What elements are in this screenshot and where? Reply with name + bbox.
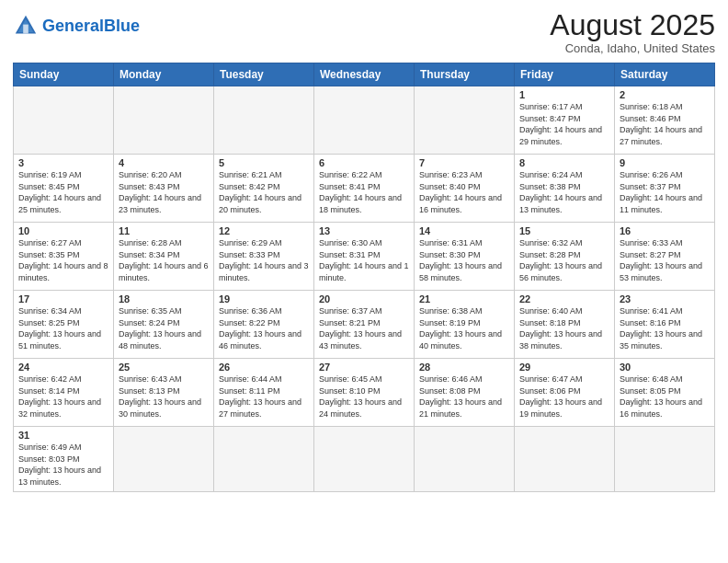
calendar-cell: 17Sunrise: 6:34 AM Sunset: 8:25 PM Dayli… (14, 291, 114, 359)
day-number: 17 (18, 293, 108, 304)
day-number: 25 (119, 362, 209, 373)
calendar-cell (314, 427, 415, 491)
logo: GeneralBlue (13, 13, 140, 39)
calendar-cell: 19Sunrise: 6:36 AM Sunset: 8:22 PM Dayli… (214, 291, 314, 359)
day-info: Sunrise: 6:40 AM Sunset: 8:18 PM Dayligh… (519, 305, 609, 351)
calendar-cell: 18Sunrise: 6:35 AM Sunset: 8:24 PM Dayli… (114, 291, 214, 359)
day-info: Sunrise: 6:42 AM Sunset: 8:14 PM Dayligh… (18, 373, 108, 419)
day-number: 29 (519, 362, 609, 373)
calendar-cell (415, 427, 515, 491)
day-info: Sunrise: 6:44 AM Sunset: 8:11 PM Dayligh… (219, 373, 309, 419)
weekday-header-tuesday: Tuesday (214, 63, 314, 86)
weekday-header-sunday: Sunday (14, 63, 114, 86)
week-row-2: 3Sunrise: 6:19 AM Sunset: 8:45 PM Daylig… (14, 155, 715, 223)
day-info: Sunrise: 6:41 AM Sunset: 8:16 PM Dayligh… (620, 305, 710, 351)
day-number: 24 (18, 362, 108, 373)
calendar-cell: 3Sunrise: 6:19 AM Sunset: 8:45 PM Daylig… (14, 155, 114, 223)
day-number: 21 (419, 293, 509, 304)
weekday-header-saturday: Saturday (615, 63, 715, 86)
day-info: Sunrise: 6:33 AM Sunset: 8:27 PM Dayligh… (620, 237, 710, 283)
calendar-cell: 16Sunrise: 6:33 AM Sunset: 8:27 PM Dayli… (615, 223, 715, 291)
calendar-cell: 28Sunrise: 6:46 AM Sunset: 8:08 PM Dayli… (415, 359, 515, 427)
day-info: Sunrise: 6:35 AM Sunset: 8:24 PM Dayligh… (119, 305, 209, 351)
day-info: Sunrise: 6:27 AM Sunset: 8:35 PM Dayligh… (18, 237, 108, 283)
weekday-header-wednesday: Wednesday (314, 63, 415, 86)
day-info: Sunrise: 6:47 AM Sunset: 8:06 PM Dayligh… (519, 373, 609, 419)
calendar-cell: 7Sunrise: 6:23 AM Sunset: 8:40 PM Daylig… (415, 155, 515, 223)
calendar-cell (615, 427, 715, 491)
calendar-cell: 27Sunrise: 6:45 AM Sunset: 8:10 PM Dayli… (314, 359, 415, 427)
day-number: 7 (419, 157, 509, 168)
day-info: Sunrise: 6:46 AM Sunset: 8:08 PM Dayligh… (419, 373, 509, 419)
day-number: 27 (319, 362, 409, 373)
day-number: 11 (119, 225, 209, 236)
day-info: Sunrise: 6:29 AM Sunset: 8:33 PM Dayligh… (219, 237, 309, 283)
calendar-cell (415, 86, 515, 155)
calendar-cell: 1Sunrise: 6:17 AM Sunset: 8:47 PM Daylig… (515, 86, 615, 155)
calendar-cell: 5Sunrise: 6:21 AM Sunset: 8:42 PM Daylig… (214, 155, 314, 223)
day-number: 10 (18, 225, 108, 236)
day-number: 15 (519, 225, 609, 236)
calendar-cell (314, 86, 415, 155)
day-number: 30 (620, 362, 710, 373)
day-number: 12 (219, 225, 309, 236)
day-number: 14 (419, 225, 509, 236)
day-number: 5 (219, 157, 309, 168)
day-number: 26 (219, 362, 309, 373)
calendar-cell: 24Sunrise: 6:42 AM Sunset: 8:14 PM Dayli… (14, 359, 114, 427)
week-row-3: 10Sunrise: 6:27 AM Sunset: 8:35 PM Dayli… (14, 223, 715, 291)
calendar-cell: 11Sunrise: 6:28 AM Sunset: 8:34 PM Dayli… (114, 223, 214, 291)
calendar-cell: 29Sunrise: 6:47 AM Sunset: 8:06 PM Dayli… (515, 359, 615, 427)
day-number: 6 (319, 157, 409, 168)
weekday-header-thursday: Thursday (415, 63, 515, 86)
day-number: 9 (620, 157, 710, 168)
day-info: Sunrise: 6:34 AM Sunset: 8:25 PM Dayligh… (18, 305, 108, 351)
day-info: Sunrise: 6:48 AM Sunset: 8:05 PM Dayligh… (620, 373, 710, 419)
weekday-header-row: SundayMondayTuesdayWednesdayThursdayFrid… (14, 63, 715, 86)
day-info: Sunrise: 6:37 AM Sunset: 8:21 PM Dayligh… (319, 305, 409, 351)
calendar-cell: 30Sunrise: 6:48 AM Sunset: 8:05 PM Dayli… (615, 359, 715, 427)
day-info: Sunrise: 6:31 AM Sunset: 8:30 PM Dayligh… (419, 237, 509, 283)
calendar-cell: 21Sunrise: 6:38 AM Sunset: 8:19 PM Dayli… (415, 291, 515, 359)
day-info: Sunrise: 6:23 AM Sunset: 8:40 PM Dayligh… (419, 169, 509, 215)
weekday-header-monday: Monday (114, 63, 214, 86)
calendar: SundayMondayTuesdayWednesdayThursdayFrid… (13, 63, 715, 491)
day-info: Sunrise: 6:45 AM Sunset: 8:10 PM Dayligh… (319, 373, 409, 419)
day-number: 4 (119, 157, 209, 168)
day-info: Sunrise: 6:32 AM Sunset: 8:28 PM Dayligh… (519, 237, 609, 283)
calendar-cell: 13Sunrise: 6:30 AM Sunset: 8:31 PM Dayli… (314, 223, 415, 291)
logo-blue: Blue (104, 17, 140, 35)
day-number: 19 (219, 293, 309, 304)
calendar-cell: 15Sunrise: 6:32 AM Sunset: 8:28 PM Dayli… (515, 223, 615, 291)
page: GeneralBlue August 2025 Conda, Idaho, Un… (0, 0, 728, 563)
day-info: Sunrise: 6:26 AM Sunset: 8:37 PM Dayligh… (620, 169, 710, 215)
day-number: 28 (419, 362, 509, 373)
calendar-cell: 4Sunrise: 6:20 AM Sunset: 8:43 PM Daylig… (114, 155, 214, 223)
calendar-cell: 25Sunrise: 6:43 AM Sunset: 8:13 PM Dayli… (114, 359, 214, 427)
calendar-cell: 10Sunrise: 6:27 AM Sunset: 8:35 PM Dayli… (14, 223, 114, 291)
logo-general: General (42, 17, 104, 35)
week-row-4: 17Sunrise: 6:34 AM Sunset: 8:25 PM Dayli… (14, 291, 715, 359)
calendar-cell: 22Sunrise: 6:40 AM Sunset: 8:18 PM Dayli… (515, 291, 615, 359)
calendar-cell: 20Sunrise: 6:37 AM Sunset: 8:21 PM Dayli… (314, 291, 415, 359)
day-info: Sunrise: 6:18 AM Sunset: 8:46 PM Dayligh… (620, 101, 710, 147)
day-info: Sunrise: 6:24 AM Sunset: 8:38 PM Dayligh… (519, 169, 609, 215)
day-info: Sunrise: 6:22 AM Sunset: 8:41 PM Dayligh… (319, 169, 409, 215)
calendar-cell (114, 86, 214, 155)
day-number: 23 (620, 293, 710, 304)
week-row-5: 24Sunrise: 6:42 AM Sunset: 8:14 PM Dayli… (14, 359, 715, 427)
calendar-cell: 12Sunrise: 6:29 AM Sunset: 8:33 PM Dayli… (214, 223, 314, 291)
day-info: Sunrise: 6:19 AM Sunset: 8:45 PM Dayligh… (18, 169, 108, 215)
day-number: 16 (620, 225, 710, 236)
calendar-cell: 6Sunrise: 6:22 AM Sunset: 8:41 PM Daylig… (314, 155, 415, 223)
day-info: Sunrise: 6:30 AM Sunset: 8:31 PM Dayligh… (319, 237, 409, 283)
weekday-header-friday: Friday (515, 63, 615, 86)
day-number: 3 (18, 157, 108, 168)
day-info: Sunrise: 6:20 AM Sunset: 8:43 PM Dayligh… (119, 169, 209, 215)
calendar-cell (214, 427, 314, 491)
day-info: Sunrise: 6:43 AM Sunset: 8:13 PM Dayligh… (119, 373, 209, 419)
calendar-cell: 14Sunrise: 6:31 AM Sunset: 8:30 PM Dayli… (415, 223, 515, 291)
day-number: 1 (519, 89, 609, 100)
week-row-6: 31Sunrise: 6:49 AM Sunset: 8:03 PM Dayli… (14, 427, 715, 491)
title-block: August 2025 Conda, Idaho, United States (550, 9, 715, 55)
